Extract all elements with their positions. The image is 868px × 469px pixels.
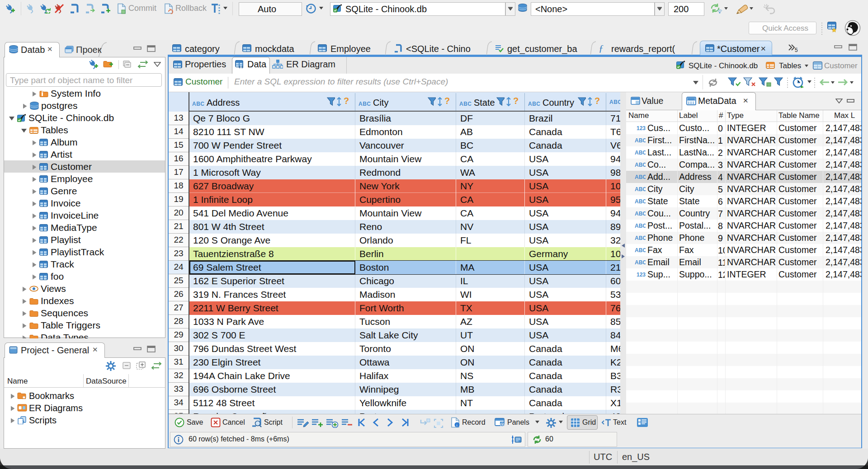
svg-text:5: 5: [795, 47, 798, 53]
